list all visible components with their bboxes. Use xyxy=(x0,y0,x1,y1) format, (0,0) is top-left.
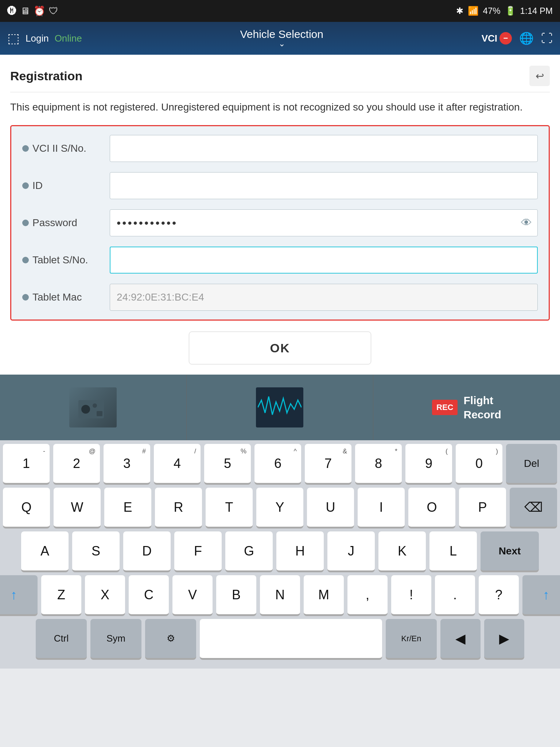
svg-point-1 xyxy=(81,405,90,414)
key-s[interactable]: S xyxy=(72,531,120,572)
key-o[interactable]: O xyxy=(408,488,455,528)
id-row: ID xyxy=(22,172,538,199)
password-wrapper: 👁 xyxy=(110,209,538,236)
key-k[interactable]: K xyxy=(378,531,426,572)
key-c[interactable]: C xyxy=(129,575,169,615)
bg-card-1 xyxy=(0,375,187,440)
key-j[interactable]: J xyxy=(327,531,375,572)
key-d[interactable]: D xyxy=(123,531,171,572)
svg-point-2 xyxy=(93,403,97,408)
chevron-down-icon[interactable]: ⌄ xyxy=(279,39,285,49)
key-i[interactable]: I xyxy=(358,488,405,528)
registration-modal: Registration ↩ This equipment is not reg… xyxy=(0,55,560,375)
modal-title: Registration xyxy=(10,69,82,83)
id-dot xyxy=(22,182,29,189)
key-comma[interactable]: , xyxy=(347,575,388,615)
key-f[interactable]: F xyxy=(174,531,222,572)
key-a[interactable]: A xyxy=(21,531,69,572)
password-input[interactable] xyxy=(110,209,538,236)
spacebar-key[interactable] xyxy=(200,619,382,659)
key-question[interactable]: ? xyxy=(479,575,519,615)
key-8[interactable]: *8 xyxy=(355,444,402,484)
key-h[interactable]: H xyxy=(276,531,324,572)
header-left: ⬚ Login Online xyxy=(7,31,82,46)
ctrl-key[interactable]: Ctrl xyxy=(36,619,87,659)
key-5[interactable]: %5 xyxy=(204,444,251,484)
page-title: Vehicle Selection xyxy=(240,28,323,40)
vci-sno-input[interactable] xyxy=(110,135,538,162)
key-u[interactable]: U xyxy=(307,488,354,528)
back-button[interactable]: ↩ xyxy=(529,66,550,86)
key-period[interactable]: . xyxy=(435,575,475,615)
key-2[interactable]: @2 xyxy=(53,444,100,484)
rec-badge: REC xyxy=(432,400,458,415)
key-b[interactable]: B xyxy=(216,575,256,615)
eye-icon[interactable]: 👁 xyxy=(521,217,532,229)
key-t[interactable]: T xyxy=(206,488,253,528)
tablet-sno-dot xyxy=(22,257,29,263)
key-3[interactable]: #3 xyxy=(104,444,150,484)
key-l[interactable]: L xyxy=(429,531,477,572)
key-e[interactable]: E xyxy=(104,488,151,528)
vci-label: VCI xyxy=(482,33,497,44)
number-row: -1 @2 #3 /4 %5 ^6 &7 *8 (9 )0 Del xyxy=(3,444,557,484)
key-7[interactable]: &7 xyxy=(305,444,351,484)
next-key[interactable]: Next xyxy=(481,531,539,572)
arrow-left-key[interactable]: ◀ xyxy=(440,619,481,659)
waveform-image xyxy=(256,387,303,427)
bottom-row: Ctrl Sym ⚙ Kr/En ◀ ▶ xyxy=(3,619,557,659)
key-g[interactable]: G xyxy=(225,531,273,572)
online-status: Online xyxy=(55,33,82,44)
id-input[interactable] xyxy=(110,172,538,199)
id-label: ID xyxy=(22,180,110,191)
key-r[interactable]: R xyxy=(155,488,202,528)
arrow-right-key[interactable]: ▶ xyxy=(484,619,524,659)
wifi-icon: 📶 xyxy=(468,6,479,16)
app-icon: 🅜 xyxy=(7,5,17,17)
shift-left-key[interactable]: ↑ xyxy=(0,575,38,615)
sym-key[interactable]: Sym xyxy=(90,619,141,659)
tablet-sno-row: Tablet S/No. xyxy=(22,247,538,274)
exit-icon[interactable]: ⬚ xyxy=(7,31,20,46)
key-1[interactable]: -1 xyxy=(3,444,50,484)
lang-key[interactable]: Kr/En xyxy=(386,619,437,659)
backspace-key[interactable]: ⌫ xyxy=(510,488,557,528)
key-exclaim[interactable]: ! xyxy=(391,575,431,615)
login-button[interactable]: Login xyxy=(26,33,49,44)
settings-key[interactable]: ⚙ xyxy=(145,619,196,659)
app-header: ⬚ Login Online Vehicle Selection ⌄ VCI −… xyxy=(0,22,560,55)
notification-icon: 🖥 xyxy=(20,5,30,17)
ok-button[interactable]: OK xyxy=(189,332,371,364)
key-9[interactable]: (9 xyxy=(405,444,452,484)
clock-icon: ⏰ xyxy=(34,5,45,17)
key-n[interactable]: N xyxy=(260,575,300,615)
key-4[interactable]: /4 xyxy=(154,444,201,484)
key-z[interactable]: Z xyxy=(41,575,81,615)
shift-right-key[interactable]: ↑ xyxy=(522,575,560,615)
battery-icon: 🔋 xyxy=(505,6,516,16)
key-v[interactable]: V xyxy=(172,575,213,615)
zxcv-row: ↑ Z X C V B N M , ! . ? ↑ xyxy=(3,575,557,615)
key-m[interactable]: M xyxy=(304,575,344,615)
vci-sno-dot xyxy=(22,145,29,152)
svg-rect-3 xyxy=(97,411,102,416)
key-w[interactable]: W xyxy=(54,488,101,528)
del-key[interactable]: Del xyxy=(506,444,557,484)
key-p[interactable]: P xyxy=(459,488,506,528)
key-q[interactable]: Q xyxy=(3,488,50,528)
qwerty-row: Q W E R T Y U I O P ⌫ xyxy=(3,488,557,528)
background-content: REC Flight Record xyxy=(0,375,560,440)
globe-icon[interactable]: 🌐 xyxy=(519,31,534,45)
fullscreen-icon[interactable]: ⛶ xyxy=(541,32,553,45)
tablet-mac-label: Tablet Mac xyxy=(22,291,110,303)
tablet-sno-input[interactable] xyxy=(110,247,538,274)
status-bar: 🅜 🖥 ⏰ 🛡 ✱ 📶 47% 🔋 1:14 PM xyxy=(0,0,560,22)
vci-badge: VCI − xyxy=(482,32,512,44)
bluetooth-icon: ✱ xyxy=(456,6,463,16)
key-6[interactable]: ^6 xyxy=(254,444,301,484)
ecm-image xyxy=(69,387,117,427)
key-y[interactable]: Y xyxy=(256,488,303,528)
key-0[interactable]: )0 xyxy=(456,444,502,484)
vci-sno-label: VCI II S/No. xyxy=(22,143,110,154)
key-x[interactable]: X xyxy=(85,575,125,615)
